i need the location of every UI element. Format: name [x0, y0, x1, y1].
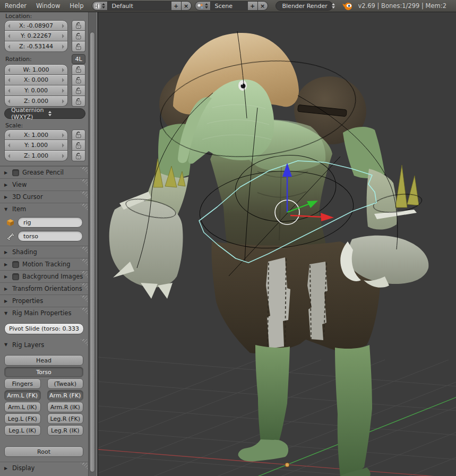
location-z-field[interactable]: Z: -0.53144: [4, 41, 68, 52]
panel-drag-handle[interactable]: [79, 463, 88, 471]
viewport-3d[interactable]: [98, 12, 456, 476]
increment-arrow-icon[interactable]: [62, 143, 64, 148]
decrement-arrow-icon[interactable]: [8, 99, 10, 103]
panel-header-rig-main-properties[interactable]: ▼ Rig Main Properties: [0, 307, 88, 319]
rig-layer-arm-r-fk-button[interactable]: Arm.R (FK): [47, 390, 84, 401]
decrement-arrow-icon[interactable]: [8, 89, 10, 93]
pivot-slide-slider[interactable]: Pivot Slide (torso: 0.333: [4, 323, 84, 334]
panel-header-view[interactable]: ▶ View: [0, 178, 88, 191]
increment-arrow-icon[interactable]: [62, 78, 64, 82]
location-x-field[interactable]: X: -0.08907: [4, 20, 68, 31]
increment-arrow-icon[interactable]: [62, 154, 64, 158]
rotation-x-field[interactable]: X: 0.000: [4, 75, 68, 85]
panel-header-properties[interactable]: ▶ Properties: [0, 295, 88, 307]
scale-y-lock-button[interactable]: [72, 140, 85, 151]
scale-x-field[interactable]: X: 1.000: [4, 129, 68, 140]
panel-drag-handle[interactable]: [79, 308, 88, 316]
rig-layer-torso-button[interactable]: Torso: [4, 367, 83, 377]
rig-layer-arm-r-ik-button[interactable]: Arm.R (IK): [47, 402, 84, 412]
menu-help[interactable]: Help: [65, 2, 88, 10]
scale-z-field[interactable]: Z: 1.000: [4, 151, 68, 161]
panel-checkbox[interactable]: [12, 169, 19, 176]
rig-layer-head-button[interactable]: Head: [4, 355, 83, 366]
decrement-arrow-icon[interactable]: [8, 24, 10, 28]
rig-layer-leg-l-fk-button[interactable]: Leg.L (FK): [4, 413, 41, 424]
panel-checkbox[interactable]: [12, 261, 19, 268]
bone-name-field[interactable]: torso: [18, 231, 83, 241]
panel-checkbox[interactable]: [12, 273, 19, 280]
scene-name-field[interactable]: Scene: [211, 1, 248, 11]
increment-arrow-icon[interactable]: [62, 133, 64, 137]
screen-layout-name-field[interactable]: Default: [108, 1, 171, 11]
rig-layer-arm-l-fk-button[interactable]: Arm.L (FK): [4, 390, 41, 401]
rotation-x-lock-button[interactable]: [72, 75, 85, 85]
rotation-z-field[interactable]: Z: 0.000: [4, 96, 68, 107]
render-engine-dropdown[interactable]: Blender Render: [276, 1, 333, 11]
location-x-lock-button[interactable]: [72, 20, 85, 31]
object-name-field[interactable]: rig: [18, 217, 83, 228]
panel-drag-handle[interactable]: [79, 204, 88, 212]
panel-header-rig-layers[interactable]: ▼ Rig Layers: [0, 339, 88, 351]
rotation-w-field[interactable]: W: 1.000: [4, 64, 68, 75]
panel-header-transform-orientations[interactable]: ▶ Transform Orientations: [0, 282, 88, 295]
panel-drag-handle[interactable]: [79, 192, 88, 200]
location-z-lock-button[interactable]: [72, 41, 85, 52]
rig-layer-arm-l-ik-button[interactable]: Arm.L (IK): [4, 402, 41, 412]
unlock-icon: [75, 152, 82, 160]
increment-arrow-icon[interactable]: [62, 34, 64, 38]
rig-layer-fingers-button[interactable]: Fingers: [4, 378, 41, 389]
decrement-arrow-icon[interactable]: [8, 45, 10, 49]
rotation-y-field[interactable]: Y: 0.000: [4, 85, 68, 96]
add-scene-button[interactable]: +: [248, 1, 258, 11]
close-layout-button[interactable]: ×: [182, 1, 192, 11]
rotation-w-lock-button[interactable]: [72, 64, 85, 75]
close-scene-button[interactable]: ×: [258, 1, 268, 11]
scrollbar-thumb[interactable]: [90, 32, 95, 472]
screen-layout-browse-button[interactable]: [92, 1, 108, 11]
panel-drag-handle[interactable]: [79, 179, 88, 187]
increment-arrow-icon[interactable]: [62, 99, 64, 103]
panel-drag-handle[interactable]: [79, 296, 88, 304]
panel-header-shading[interactable]: ▶ Shading: [0, 246, 88, 258]
rig-layer-leg-r-ik-button[interactable]: Leg.R (IK): [47, 425, 84, 436]
decrement-arrow-icon[interactable]: [8, 78, 10, 82]
scale-y-field[interactable]: Y: 1.000: [4, 140, 68, 151]
increment-arrow-icon[interactable]: [62, 24, 64, 28]
sidebar-scrollbar[interactable]: [88, 12, 97, 476]
location-y-lock-button[interactable]: [72, 31, 85, 41]
rig-layer-tweak-button[interactable]: (Tweak): [47, 378, 84, 389]
scale-z-lock-button[interactable]: [72, 151, 85, 161]
decrement-arrow-icon[interactable]: [8, 133, 10, 137]
rig-layer-root-button[interactable]: Root: [4, 446, 83, 457]
rig-layer-leg-l-ik-button[interactable]: Leg.L (IK): [4, 425, 41, 436]
panel-drag-handle[interactable]: [79, 247, 88, 255]
add-layout-button[interactable]: +: [171, 1, 182, 11]
scene-browse-button[interactable]: [195, 1, 211, 11]
decrement-arrow-icon[interactable]: [8, 143, 10, 148]
increment-arrow-icon[interactable]: [62, 89, 64, 93]
scale-x-lock-button[interactable]: [72, 129, 85, 140]
rig-layer-leg-r-fk-button[interactable]: Leg.R (FK): [47, 413, 84, 424]
panel-drag-handle[interactable]: [79, 339, 88, 347]
panel-drag-handle[interactable]: [79, 259, 88, 267]
increment-arrow-icon[interactable]: [62, 68, 64, 72]
panel-header-motion-tracking[interactable]: ▶ Motion Tracking: [0, 258, 88, 270]
increment-arrow-icon[interactable]: [62, 45, 64, 49]
rotation-z-lock-button[interactable]: [72, 96, 85, 107]
panel-header-3d-cursor[interactable]: ▶ 3D Cursor: [0, 191, 88, 203]
panel-header-background-images[interactable]: ▶ Background Images: [0, 270, 88, 282]
panel-header-grease-pencil[interactable]: ▶ Grease Pencil: [0, 166, 88, 178]
origin-point-dot: [285, 463, 289, 467]
decrement-arrow-icon[interactable]: [8, 34, 10, 38]
panel-header-display[interactable]: ▶ Display: [0, 462, 88, 474]
rotation-mode-dropdown[interactable]: Quaternion (WXYZ): [4, 108, 85, 119]
decrement-arrow-icon[interactable]: [8, 68, 10, 72]
menu-render[interactable]: Render: [0, 2, 31, 10]
panel-header-item[interactable]: ▼ Item: [0, 203, 88, 215]
decrement-arrow-icon[interactable]: [8, 154, 10, 158]
menu-window[interactable]: Window: [31, 2, 65, 10]
panel-drag-handle[interactable]: [79, 167, 88, 175]
location-y-field[interactable]: Y: 0.22267: [4, 31, 68, 41]
rotation-y-lock-button[interactable]: [72, 85, 85, 96]
rotation-4l-lock-button[interactable]: 4L: [72, 54, 85, 64]
